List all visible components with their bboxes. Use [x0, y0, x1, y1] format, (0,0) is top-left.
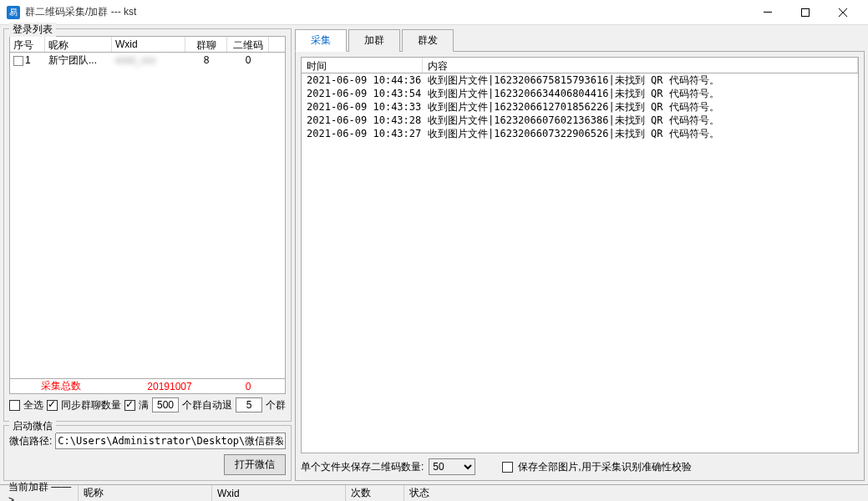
log-content-header[interactable]: 内容	[423, 58, 858, 73]
titlebar: 易 群二维码采集/加群 --- kst	[0, 0, 868, 25]
close-button[interactable]	[824, 0, 861, 25]
col-nick-header[interactable]: 昵称	[45, 37, 112, 52]
save-all-checkbox[interactable]	[502, 462, 513, 473]
window-controls	[749, 0, 861, 25]
options-row: 全选 同步群聊数量 满 个群自动退 个群	[9, 394, 286, 416]
tab-collect[interactable]: 采集	[295, 29, 347, 52]
col-qr-header[interactable]: 二维码	[227, 37, 269, 52]
list-row[interactable]: 1 新宁团队... wxid_xxx 8 0	[10, 53, 285, 68]
select-all-checkbox[interactable]	[9, 400, 20, 411]
wechat-group: 启动微信 微信路径: 打开微信	[3, 425, 292, 481]
log-time: 2021-06-09 10:43:28	[307, 114, 428, 127]
full-label: 满	[139, 398, 149, 412]
tab-add[interactable]: 加群	[348, 29, 400, 52]
log-time: 2021-06-09 10:44:36	[307, 73, 428, 87]
maximize-button[interactable]	[786, 0, 824, 25]
log-row[interactable]: 2021-06-09 10:43:54收到图片文件|16232066344068…	[302, 87, 858, 100]
full-checkbox[interactable]	[124, 400, 135, 411]
row-seq: 1	[25, 54, 31, 66]
open-wechat-button[interactable]: 打开微信	[224, 454, 286, 475]
window-title: 群二维码采集/加群 --- kst	[25, 5, 749, 19]
log-time: 2021-06-09 10:43:33	[307, 100, 428, 114]
bottom-row: 单个文件夹保存二维码数量: 50 保存全部图片,用于采集识别准确性校验	[301, 453, 859, 475]
auto-quit-value-input[interactable]	[236, 397, 262, 412]
path-input[interactable]	[55, 433, 286, 449]
log-content: 收到图片文件|1623206607322906526|未找到 QR 代码符号。	[428, 127, 853, 140]
row-group: 8	[185, 54, 227, 66]
statusbar: 当前加群 ——> 昵称 Wxid 次数 状态	[0, 484, 868, 501]
svg-rect-1	[801, 8, 809, 16]
login-list-title: 登录列表	[9, 23, 56, 37]
log-row[interactable]: 2021-06-09 10:43:33收到图片文件|16232066127018…	[302, 100, 858, 114]
svg-rect-0	[764, 12, 772, 13]
row-wxid: wxid_xxx	[112, 54, 185, 66]
col-wxid-header[interactable]: Wxid	[112, 37, 185, 52]
status-count: 次数	[346, 485, 404, 501]
log-time-header[interactable]: 时间	[302, 58, 423, 73]
sync-group-checkbox[interactable]	[47, 400, 58, 411]
log-header: 时间 内容	[301, 57, 859, 73]
log-time: 2021-06-09 10:43:54	[307, 87, 428, 100]
group-suffix-label: 个群	[266, 398, 286, 412]
tab-mass[interactable]: 群发	[402, 29, 454, 52]
log-time: 2021-06-09 10:43:27	[307, 127, 428, 140]
login-list-group: 登录列表 序号 昵称 Wxid 群聊 二维码 1 新宁团队... wxid_xx…	[3, 28, 292, 422]
auto-quit-label: 个群自动退	[182, 398, 232, 412]
path-label: 微信路径:	[9, 434, 52, 448]
log-content: 收到图片文件|1623206634406804416|未找到 QR 代码符号。	[428, 87, 853, 100]
col-group-header[interactable]: 群聊	[185, 37, 227, 52]
tabs: 采集 加群 群发	[295, 28, 865, 52]
log-row[interactable]: 2021-06-09 10:44:36收到图片文件|16232066758157…	[302, 73, 858, 87]
log-content: 收到图片文件|1623206612701856226|未找到 QR 代码符号。	[428, 100, 853, 114]
app-icon: 易	[7, 6, 20, 19]
login-list-body[interactable]: 1 新宁团队... wxid_xxx 8 0	[9, 53, 286, 379]
wechat-title: 启动微信	[9, 419, 56, 433]
summary-row: 采集总数 20191007 0	[9, 379, 286, 394]
login-list-header: 序号 昵称 Wxid 群聊 二维码	[9, 36, 286, 53]
row-checkbox[interactable]	[13, 56, 23, 66]
tab-content: 时间 内容 2021-06-09 10:44:36收到图片文件|16232066…	[295, 52, 865, 481]
status-current-add: 当前加群 ——>	[3, 485, 79, 501]
select-all-label: 全选	[23, 398, 43, 412]
full-value-input[interactable]	[152, 397, 179, 412]
row-qr: 0	[227, 54, 269, 66]
summary-qr: 0	[227, 381, 269, 392]
log-row[interactable]: 2021-06-09 10:43:28收到图片文件|16232066076021…	[302, 114, 858, 127]
status-nick: 昵称	[79, 485, 212, 501]
log-body[interactable]: 2021-06-09 10:44:36收到图片文件|16232066758157…	[301, 73, 859, 453]
qr-per-folder-label: 单个文件夹保存二维码数量:	[301, 460, 424, 474]
minimize-button[interactable]	[749, 0, 786, 25]
log-content: 收到图片文件|1623206607602136386|未找到 QR 代码符号。	[428, 114, 853, 127]
status-state: 状态	[404, 485, 865, 501]
save-all-label: 保存全部图片,用于采集识别准确性校验	[518, 460, 691, 474]
col-seq-header[interactable]: 序号	[10, 37, 45, 52]
status-wxid: Wxid	[212, 485, 346, 501]
log-content: 收到图片文件|1623206675815793616|未找到 QR 代码符号。	[428, 73, 853, 87]
summary-count: 20191007	[112, 381, 227, 392]
qr-per-folder-select[interactable]: 50	[429, 458, 475, 475]
row-nick: 新宁团队...	[45, 53, 112, 68]
summary-label: 采集总数	[10, 379, 112, 393]
log-row[interactable]: 2021-06-09 10:43:27收到图片文件|16232066073229…	[302, 127, 858, 140]
sync-group-label: 同步群聊数量	[61, 398, 121, 412]
